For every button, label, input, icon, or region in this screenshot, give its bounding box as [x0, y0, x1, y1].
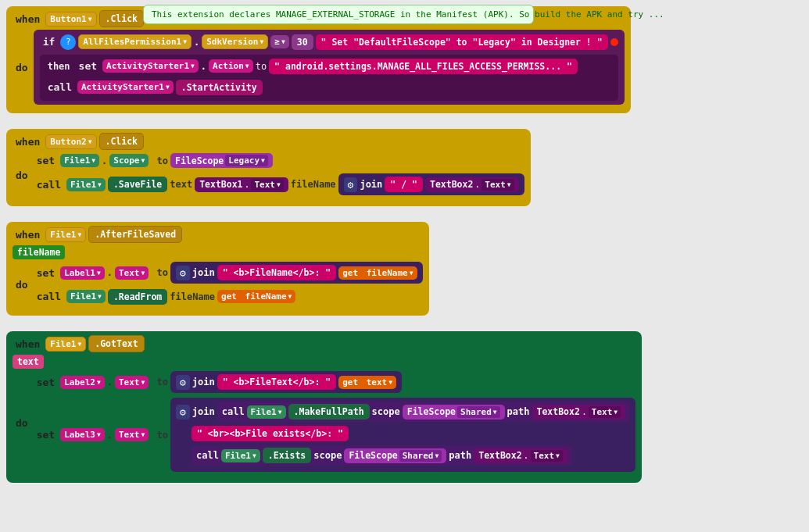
- tooltip: This extension declares MANAGE_EXTERNAL_…: [143, 5, 534, 24]
- do-keyword4: do: [13, 415, 31, 431]
- get-filename-block[interactable]: get fileName: [338, 266, 417, 280]
- block-group-4: when File1 .GotText text do set Label2 .…: [6, 331, 803, 491]
- scope-block[interactable]: Scope: [109, 154, 149, 167]
- allfiles-block[interactable]: AllFilesPermission1: [78, 34, 192, 49]
- file1-block[interactable]: File1: [60, 154, 99, 167]
- textbox1-block[interactable]: TextBox1 . Text: [195, 177, 288, 192]
- label2-block[interactable]: Label2: [60, 376, 105, 389]
- do-keyword: do: [13, 59, 31, 76]
- then-block: then set ActivityStarter1 . Action to " …: [40, 55, 618, 101]
- file1c-block[interactable]: File1: [66, 290, 106, 303]
- block4-inner: set Label2 . Text to ⚙ join " <b>FileTex…: [34, 371, 636, 474]
- file1f-block[interactable]: File1: [221, 449, 260, 462]
- scope-kw: scope: [372, 406, 400, 417]
- gte-block[interactable]: ≥: [270, 35, 288, 48]
- block4-outer: when File1 .GotText text do set Label2 .…: [6, 331, 642, 483]
- text4-dropdown[interactable]: Text: [531, 450, 563, 462]
- block2-outer: when Button2 .Click do set File1 . Scope…: [6, 129, 531, 206]
- join-container4: ⚙ join call File1 .MakeFullPath scope Fi…: [170, 398, 635, 472]
- readfrom-row: call File1 .ReadFrom fileName get fileNa…: [34, 288, 423, 305]
- label1-text[interactable]: Text: [115, 266, 149, 280]
- file1e-block[interactable]: File1: [247, 405, 286, 419]
- textbox2a-block[interactable]: TextBox2 . Text: [532, 405, 626, 420]
- join4-row2: " <br><b>File exists</b>: ": [192, 426, 349, 441]
- label3-block[interactable]: Label3: [60, 428, 105, 441]
- path-kw2: path: [449, 450, 471, 461]
- set-keyword4: set: [34, 374, 58, 391]
- textbox2-block[interactable]: TextBox2 . Text: [425, 177, 519, 192]
- file1d-block[interactable]: File1: [45, 337, 86, 352]
- call-startact-row: call ActivityStarter1 .StartActivity: [45, 79, 614, 95]
- file1b-block[interactable]: File1: [66, 178, 106, 191]
- click-block2: .Click: [99, 133, 145, 150]
- if-condition-row: if ? AllFilesPermission1 . SdkVersion ≥ …: [40, 34, 618, 50]
- text-kw2: text: [170, 179, 192, 190]
- call-keyword3: call: [34, 288, 64, 305]
- filescope-shared1[interactable]: FileScope Shared: [403, 405, 505, 420]
- gottext-block: .GotText: [88, 335, 144, 352]
- button1-block[interactable]: Button1: [45, 12, 96, 27]
- label1-block[interactable]: Label1: [60, 266, 105, 280]
- to-keyword: to: [256, 61, 267, 72]
- text2-dropdown[interactable]: Text: [481, 179, 514, 191]
- block2-inner: set File1 . Scope to FileScope Legacy ca…: [34, 152, 524, 198]
- sdkversion-block[interactable]: SdkVersion: [202, 34, 268, 49]
- path-kw: path: [507, 406, 530, 417]
- text3-dropdown[interactable]: Text: [589, 406, 621, 418]
- join4-row3: call File1 .Exists scope FileScope Share…: [192, 445, 572, 466]
- file1-when-block[interactable]: File1: [45, 227, 86, 242]
- block2-do-row: do set File1 . Scope to FileScope Legacy: [13, 152, 524, 198]
- scope-kw2: scope: [313, 450, 342, 461]
- join-keyword: join: [360, 179, 382, 190]
- block-group-3: when File1 .AfterFileSaved fileName do s…: [6, 222, 803, 323]
- click-block: .Click: [99, 10, 145, 27]
- text1-dropdown[interactable]: Text: [251, 179, 283, 191]
- block4-when-row: when File1 .GotText: [13, 335, 635, 352]
- actstart1-block[interactable]: ActivityStarter1: [102, 59, 199, 73]
- join-gear-icon: ⚙: [344, 177, 358, 192]
- set-keyword2: set: [34, 152, 58, 169]
- makefullpath-block: .MakeFullPath: [288, 404, 370, 420]
- shared2-dropdown[interactable]: Shared: [399, 450, 442, 462]
- html-filename: " <b>FileName</b>: ": [217, 265, 336, 280]
- when-keyword: when: [13, 11, 43, 27]
- exists-container: call File1 .Exists scope FileScope Share…: [192, 445, 572, 466]
- actstart2-block[interactable]: ActivityStarter1: [77, 80, 174, 94]
- block-group-1: This extension declares MANAGE_EXTERNAL_…: [6, 6, 803, 121]
- filescope-shared2[interactable]: FileScope Shared: [344, 448, 446, 463]
- label3-text[interactable]: Text: [115, 428, 149, 441]
- filescope-legacy[interactable]: FileScope Legacy: [170, 153, 273, 168]
- when-keyword4: when: [13, 336, 43, 352]
- set-warning-block: " Set "DefaultFileScope" to "Legacy" in …: [316, 34, 608, 50]
- startact-block: .StartActivity: [176, 80, 263, 95]
- set-keyword1: set: [76, 58, 100, 74]
- button2-block[interactable]: Button2: [45, 134, 96, 149]
- if-keyword: if: [40, 34, 59, 50]
- get-filename2-block[interactable]: get fileName: [217, 290, 295, 303]
- label2-text[interactable]: Text: [115, 376, 149, 389]
- filename-kw2: fileName: [291, 179, 336, 190]
- get-text-block[interactable]: get text: [338, 376, 396, 389]
- then-keyword: then: [45, 59, 73, 74]
- thirty-block: 30: [292, 34, 313, 50]
- set-label1-row: set Label1 . Text to ⚙ join " <b>FileNam…: [34, 262, 423, 284]
- legacy-dropdown[interactable]: Legacy: [225, 155, 268, 166]
- action-string: " android.settings.MANAGE_ALL_FILES_ACCE…: [269, 59, 578, 74]
- set-action-row: then set ActivityStarter1 . Action to " …: [45, 58, 614, 74]
- text-param: text: [13, 355, 44, 369]
- slash-block: " / ": [385, 177, 423, 192]
- readfrom-block: .ReadFrom: [108, 289, 167, 305]
- action-block[interactable]: Action: [209, 59, 253, 73]
- dot-sep: .: [194, 37, 199, 48]
- savefile-row: call File1 .SaveFile text TextBox1 . Tex…: [34, 173, 524, 195]
- join-kw2: join: [192, 267, 215, 278]
- join-container2: ⚙ join " <b>FileName</b>: " get fileName: [170, 262, 423, 284]
- textbox2b-block[interactable]: TextBox2 . Text: [474, 448, 567, 463]
- join-container3: ⚙ join " <b>FileText</b>: " get text: [170, 371, 402, 393]
- shared1-dropdown[interactable]: Shared: [457, 406, 500, 418]
- html-fileexists: " <br><b>File exists</b>: ": [192, 426, 349, 441]
- set-keyword5: set: [34, 427, 58, 443]
- filename-kw3: fileName: [170, 291, 215, 302]
- block3-param-row: fileName: [13, 245, 423, 259]
- when-keyword3: when: [13, 227, 43, 243]
